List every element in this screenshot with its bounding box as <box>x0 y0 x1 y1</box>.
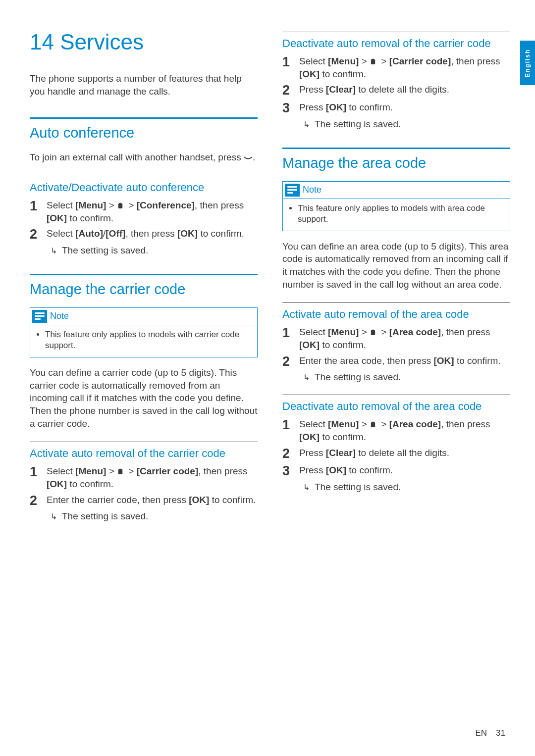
step-number: 1 <box>30 465 40 490</box>
note-header: Note <box>30 308 257 325</box>
step-number: 2 <box>30 494 40 508</box>
step-number: 1 <box>282 55 292 80</box>
text: To join an external call with another ha… <box>30 152 244 162</box>
t: [Area code] <box>389 419 441 429</box>
result-text: The setting is saved. <box>315 119 401 130</box>
t: , then press <box>441 327 490 337</box>
note-box: Note This feature only applies to models… <box>30 307 258 357</box>
carrier-body: You can define a carrier code (up to 5 d… <box>30 366 258 430</box>
subsection-rule <box>282 302 510 303</box>
svg-rect-7 <box>372 330 374 331</box>
t: Press <box>299 102 326 112</box>
svg-rect-8 <box>371 422 375 427</box>
step-number: 2 <box>30 227 40 242</box>
t: , then press <box>451 56 500 66</box>
auto-conf-body: To join an external call with another ha… <box>30 151 258 164</box>
intro-text: The phone supports a number of features … <box>30 72 258 98</box>
footer-lang: EN <box>475 728 487 738</box>
step-text: Select [Menu] > > [Area code], then pres… <box>299 418 510 443</box>
t: to confirm. <box>454 355 501 366</box>
t: to confirm. <box>320 340 366 350</box>
t: to delete all the digits. <box>356 84 449 95</box>
step-list: 1 Select [Menu] > > [Conference], then p… <box>30 199 258 242</box>
section-rule <box>30 274 258 275</box>
t: [Auto] <box>75 228 103 239</box>
result: ↳ The setting is saved. <box>51 511 258 522</box>
t: > <box>106 466 117 476</box>
step: 2 Press [Clear] to delete all the digits… <box>282 447 510 461</box>
subheading: Deactivate auto removal of the area code <box>282 400 510 413</box>
t: to confirm. <box>209 495 256 505</box>
note-header: Note <box>283 182 510 199</box>
result-arrow-icon: ↳ <box>303 483 310 492</box>
step: 2 Enter the carrier code, then press [OK… <box>30 494 258 508</box>
t: [OK] <box>189 495 209 505</box>
t: Press <box>299 448 326 458</box>
language-tab: English <box>520 41 535 85</box>
note-body: This feature only applies to models with… <box>30 325 257 357</box>
result: ↳ The setting is saved. <box>303 482 510 493</box>
note-label: Note <box>303 185 321 195</box>
note-text: This feature only applies to models with… <box>298 203 503 225</box>
page-content: 14 Services The phone supports a number … <box>0 0 535 756</box>
heading-area: Manage the area code <box>282 155 510 171</box>
t: Select <box>299 327 328 337</box>
t: [Off] <box>106 228 125 239</box>
t: [Area code] <box>389 327 441 337</box>
note-box: Note This feature only applies to models… <box>282 181 510 231</box>
note-label: Note <box>50 311 69 321</box>
t: > <box>359 56 370 66</box>
result-arrow-icon: ↳ <box>51 512 57 521</box>
t: [Menu] <box>328 419 359 429</box>
step-text: Select [Menu] > > [Carrier code], then p… <box>299 55 510 80</box>
subsection-rule <box>282 32 510 32</box>
subheading: Deactivate auto removal of the carrier c… <box>282 37 510 50</box>
result-text: The setting is saved. <box>315 372 401 383</box>
heading-carrier: Manage the carrier code <box>30 281 258 298</box>
subheading: Activate auto removal of the area code <box>282 308 510 321</box>
step-list: 1 Select [Menu] > > [Area code], then pr… <box>282 418 510 479</box>
step-text: Select [Auto]/[Off], then press [OK] to … <box>47 227 244 242</box>
step: 1 Select [Menu] > > [Conference], then p… <box>30 199 258 224</box>
svg-rect-0 <box>118 203 122 208</box>
svg-rect-3 <box>119 469 121 470</box>
t: Select <box>47 466 75 476</box>
settings-icon <box>117 468 126 475</box>
step-number: 2 <box>282 83 292 98</box>
right-column: Deactivate auto removal of the carrier c… <box>282 30 510 736</box>
note-icon <box>32 310 47 323</box>
step-text: Select [Menu] > > [Conference], then pre… <box>47 199 258 224</box>
svg-rect-4 <box>371 59 375 64</box>
t: to confirm. <box>346 465 393 475</box>
step-number: 2 <box>282 447 292 461</box>
result: ↳ The setting is saved. <box>303 372 510 383</box>
subsection-rule <box>282 395 510 395</box>
t: [Menu] <box>75 466 106 476</box>
t: to confirm. <box>320 69 366 79</box>
t: , then press <box>195 200 244 210</box>
t: [OK] <box>177 228 198 239</box>
svg-rect-5 <box>372 59 374 60</box>
t: [OK] <box>299 432 320 442</box>
svg-rect-9 <box>372 422 374 423</box>
t: > <box>359 327 370 337</box>
subsection-rule <box>30 176 258 176</box>
step: 1 Select [Menu] > > [Carrier code], then… <box>30 465 258 490</box>
t: , then press <box>441 419 490 429</box>
t: [OK] <box>433 355 454 366</box>
t: [OK] <box>299 69 320 79</box>
result: ↳ The setting is saved. <box>51 245 258 256</box>
t: , then press <box>198 466 247 476</box>
step-text: Select [Menu] > > [Area code], then pres… <box>299 326 510 351</box>
step-text: Press [OK] to confirm. <box>299 464 393 479</box>
t: Select <box>47 200 75 210</box>
t: > <box>359 419 370 429</box>
svg-rect-6 <box>371 330 375 335</box>
t: > <box>378 56 389 66</box>
t: [Carrier code] <box>389 56 451 66</box>
text: . <box>253 152 255 162</box>
step-list: 1 Select [Menu] > > [Carrier code], then… <box>282 55 510 116</box>
t: to confirm. <box>346 102 393 112</box>
heading-auto-conference: Auto conference <box>30 125 258 141</box>
subsection-rule <box>30 442 258 442</box>
